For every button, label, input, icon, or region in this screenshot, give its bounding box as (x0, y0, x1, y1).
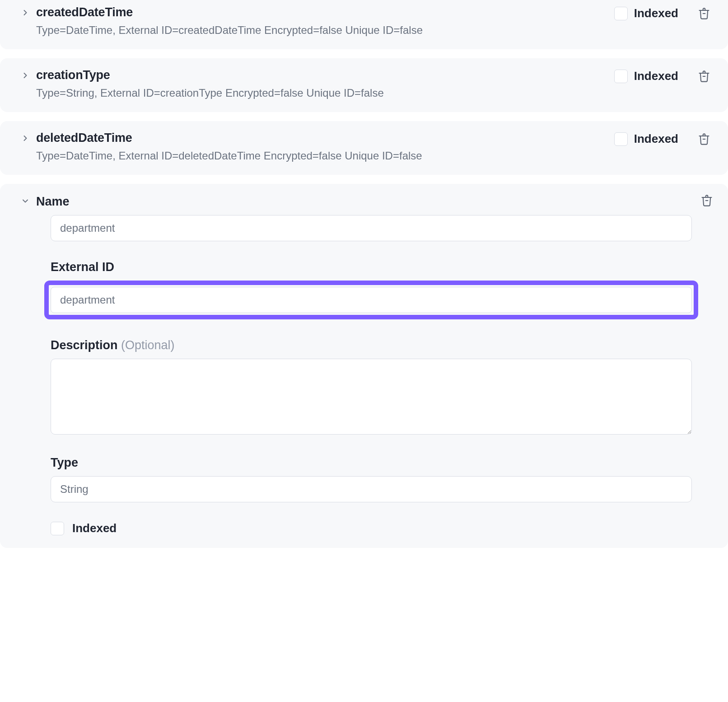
indexed-checkbox[interactable] (614, 7, 628, 20)
attribute-name: createdDateTime (36, 5, 614, 19)
external-id-label: External ID (51, 260, 692, 274)
description-label: Description (Optional) (51, 338, 692, 352)
trash-icon[interactable] (697, 70, 711, 83)
indexed-label: Indexed (634, 69, 678, 83)
indexed-checkbox[interactable] (614, 70, 628, 83)
trash-icon[interactable] (697, 7, 711, 20)
description-label-text: Description (51, 338, 118, 352)
indexed-checkbox[interactable] (614, 132, 628, 146)
attribute-summary: Type=DateTime, External ID=createdDateTi… (36, 24, 614, 37)
indexed-row: Indexed (51, 521, 692, 535)
attribute-name: deletedDateTime (36, 131, 614, 145)
external-id-highlight (44, 281, 698, 319)
attribute-card-createdDateTime: createdDateTime Type=DateTime, External … (0, 0, 728, 49)
attribute-list: createdDateTime Type=DateTime, External … (0, 0, 728, 548)
indexed-label: Indexed (72, 521, 117, 535)
attribute-name: creationType (36, 68, 614, 82)
attribute-card-creationType: creationType Type=String, External ID=cr… (0, 58, 728, 112)
attribute-actions: Indexed (614, 127, 714, 146)
description-optional: (Optional) (121, 338, 175, 352)
name-input[interactable] (51, 215, 692, 241)
type-label: Type (51, 456, 692, 470)
description-textarea[interactable] (51, 359, 692, 435)
attribute-card-department: Name External ID Description (Optional) … (0, 184, 728, 548)
name-label: Name (36, 195, 70, 209)
attribute-card-deletedDateTime: deletedDateTime Type=DateTime, External … (0, 121, 728, 175)
chevron-right-icon[interactable] (21, 8, 30, 17)
attribute-actions: Indexed (614, 2, 714, 20)
attribute-actions: Indexed (614, 65, 714, 83)
trash-icon[interactable] (697, 132, 711, 146)
attribute-summary: Type=String, External ID=creationType En… (36, 87, 614, 99)
indexed-checkbox[interactable] (51, 522, 64, 535)
indexed-label: Indexed (634, 132, 678, 146)
attribute-summary: Type=DateTime, External ID=deletedDateTi… (36, 150, 614, 162)
external-id-input[interactable] (51, 287, 692, 313)
trash-icon[interactable] (700, 194, 714, 207)
type-select[interactable] (51, 476, 692, 502)
chevron-right-icon[interactable] (21, 71, 30, 80)
indexed-label: Indexed (634, 6, 678, 20)
chevron-right-icon[interactable] (21, 134, 30, 143)
chevron-down-icon[interactable] (21, 197, 30, 206)
